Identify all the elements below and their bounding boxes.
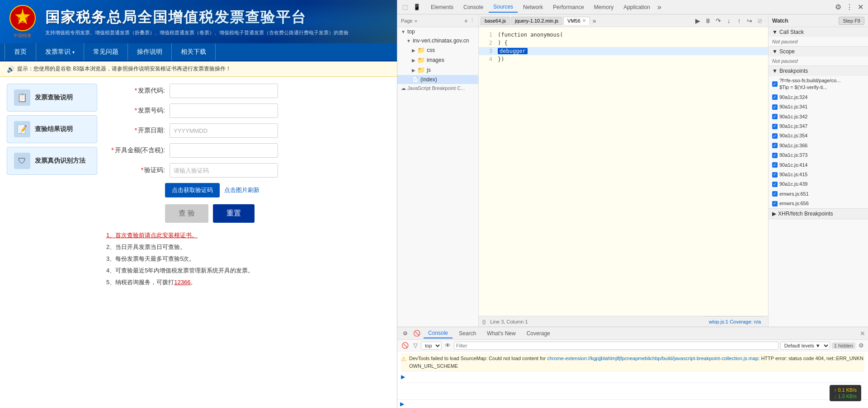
- verify-button[interactable]: 查 验: [165, 204, 208, 223]
- devtools-icons: ⬚ 📱: [400, 2, 422, 12]
- install-cert-link[interactable]: 1、首次查验前请点此安装根证书。: [106, 232, 198, 239]
- phone-link[interactable]: 12366: [174, 279, 190, 286]
- pause-btn[interactable]: ⏸: [703, 16, 712, 25]
- console-level-select[interactable]: Default levels ▼: [780, 342, 830, 350]
- scope-header[interactable]: ▼ Scope: [769, 47, 868, 56]
- get-captcha-button[interactable]: 点击获取验证码: [165, 183, 220, 197]
- console-eye-icon[interactable]: 👁: [443, 341, 452, 350]
- tree-top[interactable]: ▼ top: [397, 27, 478, 36]
- tree-index[interactable]: 📄 (index): [397, 75, 478, 84]
- nav-faq[interactable]: 常见问题: [84, 43, 128, 61]
- nav-home[interactable]: 首页: [5, 43, 36, 61]
- devtools-close[interactable]: ✕: [856, 3, 865, 11]
- step-btn[interactable]: ↪: [745, 16, 754, 25]
- captcha-input[interactable]: [170, 163, 278, 178]
- code-tab-base64[interactable]: base64.js: [481, 17, 510, 25]
- console-input[interactable]: [406, 401, 865, 407]
- console-expand-arrow[interactable]: ▶: [401, 373, 405, 381]
- code-line-2: 2 ) {: [479, 39, 768, 47]
- reset-button[interactable]: 重置: [213, 204, 255, 223]
- devtools-gear[interactable]: ⚙: [833, 3, 843, 11]
- bp-check-8[interactable]: ✓: [772, 162, 778, 168]
- call-stack-status: Not paused: [772, 39, 797, 44]
- bottom-tab-console[interactable]: Console: [424, 328, 453, 338]
- bp-check-2[interactable]: ✓: [772, 104, 778, 110]
- console-context-select[interactable]: top: [421, 342, 442, 350]
- xhr-header[interactable]: ▶ XHR/fetch Breakpoints: [769, 209, 868, 219]
- captcha-row: 点击获取验证码 点击图片刷新: [165, 183, 390, 197]
- console-settings-icon[interactable]: ⚙: [400, 328, 410, 338]
- bp-check-3[interactable]: ✓: [772, 114, 778, 119]
- bp-check-0[interactable]: ✓: [772, 81, 778, 87]
- play-btn[interactable]: ▶: [693, 16, 702, 25]
- nav-invoice-knowledge[interactable]: 发票常识 ▾: [36, 43, 84, 61]
- code-tab-more[interactable]: »: [591, 17, 598, 24]
- console-filter-icon[interactable]: ▽: [412, 341, 419, 350]
- bottom-tab-search[interactable]: Search: [454, 329, 481, 338]
- tab-console[interactable]: Console: [459, 2, 488, 12]
- info-panel-1[interactable]: 📋 发票查验说明: [7, 84, 97, 112]
- tab-performance[interactable]: Performance: [548, 2, 589, 12]
- code-tab-jquery[interactable]: jquery-1.10.2.min.js: [511, 17, 562, 25]
- nav-downloads[interactable]: 相关下载: [172, 43, 216, 61]
- deactivate-btn[interactable]: ⊘: [755, 16, 764, 25]
- bp-check-6[interactable]: ✓: [772, 143, 778, 148]
- main-content: 📋 发票查验说明 📝 查验结果说明 🛡 发票真伪识别方法 *发票代码: *发票号…: [0, 77, 397, 408]
- file-tree-more[interactable]: »: [415, 18, 417, 23]
- bottom-tabs: ⚙ 🚫 Console Search What's New Coverage ✕: [397, 327, 868, 340]
- tree-css[interactable]: ▶ 📁 css: [397, 45, 478, 55]
- tab-network[interactable]: Network: [519, 2, 547, 12]
- bp-check-1[interactable]: ✓: [772, 94, 778, 100]
- coverage-link[interactable]: wlop.js:1 Coverage: n/a: [705, 316, 764, 327]
- step-f9-button[interactable]: Step F9: [839, 17, 864, 25]
- code-tab-vm56[interactable]: VM56 ✕: [563, 17, 590, 25]
- bp-check-9[interactable]: ✓: [772, 172, 778, 178]
- bp-item-2: ✓ 90a1c.js:341: [769, 102, 868, 112]
- step-out-btn[interactable]: ↑: [735, 16, 744, 25]
- sourcemap-link[interactable]: chrome-extension://kgpjjblahlmjlfjfpcnea…: [547, 356, 758, 361]
- code-tab-close-vm56[interactable]: ✕: [582, 18, 586, 23]
- bp-check-12[interactable]: ✓: [772, 201, 778, 206]
- tab-elements[interactable]: Elements: [426, 2, 458, 12]
- file-tree-add[interactable]: +: [464, 17, 468, 24]
- bp-check-5[interactable]: ✓: [772, 133, 778, 139]
- bp-check-11[interactable]: ✓: [772, 191, 778, 197]
- tree-images[interactable]: ▶ 📁 images: [397, 55, 478, 65]
- bottom-close-btn[interactable]: ✕: [860, 330, 865, 337]
- devtools-panel: ⬚ 📱 Elements Console Sources Network Per…: [397, 0, 868, 408]
- invoice-number-input[interactable]: [170, 103, 278, 118]
- refresh-captcha-link[interactable]: 点击图片刷新: [224, 186, 259, 194]
- bottom-tab-coverage[interactable]: Coverage: [522, 329, 555, 338]
- tree-js[interactable]: ▶ 📁 js: [397, 65, 478, 75]
- tab-memory[interactable]: Memory: [590, 2, 618, 12]
- info-panel-3[interactable]: 🛡 发票真伪识别方法: [7, 147, 97, 175]
- browser-page: 税 中国税务 国家税务总局全国增值税发票查验平台 支持增值税专用发票、增值税普通…: [0, 0, 397, 408]
- bp-check-7[interactable]: ✓: [772, 153, 778, 158]
- call-stack-content: Not paused: [769, 37, 868, 46]
- console-prohibit-icon[interactable]: 🚫: [400, 341, 410, 350]
- call-stack-header[interactable]: ▼ Call Stack: [769, 27, 868, 37]
- device-icon[interactable]: 📱: [412, 2, 422, 12]
- invoice-date-input[interactable]: [170, 123, 278, 138]
- breakpoints-header[interactable]: ▼ Breakpoints: [769, 66, 868, 76]
- step-into-btn[interactable]: ↓: [724, 16, 733, 25]
- tab-application[interactable]: Application: [619, 2, 655, 12]
- step-over-btn[interactable]: ↷: [714, 16, 723, 25]
- console-filter-input[interactable]: [454, 342, 778, 350]
- network-badge: ↑ 0.1 KB/s ↓ 1.3 KB/s: [830, 385, 861, 401]
- bp-check-10[interactable]: ✓: [772, 182, 778, 187]
- invoice-amount-input[interactable]: [170, 143, 278, 158]
- console-gear-icon[interactable]: ⚙: [857, 341, 865, 350]
- tree-domain[interactable]: ▼ inv-veri.chinatax.gov.cn: [397, 36, 478, 45]
- nav-instructions[interactable]: 操作说明: [128, 43, 172, 61]
- bottom-tab-whatsnew[interactable]: What's New: [482, 329, 520, 338]
- devtools-menu[interactable]: ⋮: [844, 3, 855, 11]
- bp-check-4[interactable]: ✓: [772, 124, 778, 129]
- file-tree-dots[interactable]: ⋮: [470, 18, 475, 23]
- devtools-more-tabs[interactable]: »: [656, 3, 663, 11]
- tab-sources[interactable]: Sources: [489, 2, 518, 13]
- inspect-icon[interactable]: ⬚: [400, 2, 410, 12]
- info-panel-2[interactable]: 📝 查验结果说明: [7, 115, 97, 143]
- invoice-code-input[interactable]: [170, 84, 278, 98]
- console-clear-icon[interactable]: 🚫: [412, 328, 422, 338]
